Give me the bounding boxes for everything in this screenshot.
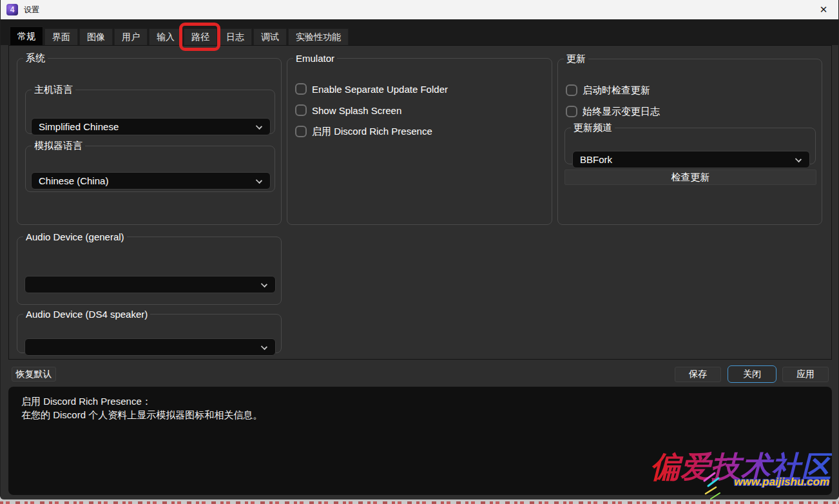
audio-device-ds4-label: Audio Device (DS4 speaker) (23, 309, 150, 320)
tab-log[interactable]: 日志 (218, 28, 252, 45)
description-line1: 启用 Discord Rich Presence： (21, 394, 819, 408)
bottom-cutoff-strip (0, 499, 839, 504)
chevron-down-icon (795, 156, 802, 162)
system-group-title: 系统 (23, 52, 48, 64)
console-language-value: Simplified Chinese (39, 121, 119, 132)
checkbox-always-show-changelog[interactable]: 始终显示变更日志 (566, 104, 660, 119)
tab-general[interactable]: 常规 (10, 26, 43, 45)
chevron-down-icon (256, 177, 262, 184)
close-window-button[interactable]: ✕ (809, 0, 838, 19)
emulator-group: Emulator Enable Separate Update Folder S… (287, 53, 552, 225)
tab-user[interactable]: 用户 (114, 28, 148, 45)
watermark-url: www.paijishu.com (734, 476, 829, 489)
chevron-down-icon (261, 281, 267, 287)
emulator-language-dropdown[interactable]: Chinese (China) (31, 172, 271, 189)
checkbox-label: 始终显示变更日志 (583, 106, 660, 118)
console-language-group: 主机语言 Simplified Chinese (25, 84, 275, 134)
update-channel-group: 更新频道 BBFork (564, 122, 816, 164)
emulator-language-value: Chinese (China) (39, 175, 108, 186)
audio-device-general-dropdown[interactable] (24, 276, 276, 293)
tab-debug[interactable]: 调试 (253, 28, 287, 45)
update-channel-label: 更新频道 (571, 122, 615, 134)
chevron-down-icon (261, 344, 267, 350)
tab-input[interactable]: 输入 (149, 28, 182, 45)
audio-device-general-group: Audio Device (general) (17, 231, 282, 305)
tab-graphics[interactable]: 图像 (79, 28, 113, 45)
save-button[interactable]: 保存 (675, 367, 721, 382)
emulator-language-label: 模拟器语言 (32, 140, 85, 152)
console-language-label: 主机语言 (32, 84, 75, 96)
console-language-dropdown[interactable]: Simplified Chinese (31, 118, 271, 135)
apply-button[interactable]: 应用 (782, 367, 829, 382)
checkbox-icon[interactable] (295, 104, 307, 116)
restore-defaults-button[interactable]: 恢复默认 (12, 367, 56, 382)
checkbox-label: Show Splash Screen (312, 105, 401, 116)
system-group: 系统 主机语言 Simplified Chinese 模拟器语言 Chinese… (17, 52, 282, 225)
update-channel-dropdown[interactable]: BBFork (572, 151, 810, 168)
settings-dialog: 4 设置 ✕ 常规 界面 图像 用户 输入 路径 日志 调试 实验性功能 系统 … (0, 0, 839, 499)
checkbox-icon[interactable] (566, 106, 577, 117)
checkbox-show-splash-screen[interactable]: Show Splash Screen (295, 103, 401, 117)
audio-device-ds4-dropdown[interactable] (24, 338, 276, 356)
tabs-container: 常规 界面 图像 用户 输入 路径 日志 调试 实验性功能 (10, 26, 349, 45)
description-line2: 在您的 Discord 个人资料上显示模拟器图标和相关信息。 (21, 408, 819, 422)
update-group: 更新 启动时检查更新 始终显示变更日志 更新频道 BBFork 检查更新 (557, 53, 822, 225)
window-title: 设置 (24, 5, 39, 15)
tab-strip: 常规 界面 图像 用户 输入 路径 日志 调试 实验性功能 (1, 19, 838, 45)
checkbox-label: 启动时检查更新 (583, 84, 650, 97)
titlebar: 4 设置 ✕ (1, 0, 838, 19)
checkbox-label: 启用 Discord Rich Presence (312, 126, 432, 138)
update-channel-value: BBFork (580, 154, 612, 165)
close-button[interactable]: 关闭 (728, 365, 776, 383)
app-icon: 4 (6, 4, 18, 15)
checkbox-discord-rich-presence[interactable]: 启用 Discord Rich Presence (295, 124, 432, 139)
checkbox-icon[interactable] (566, 84, 577, 96)
audio-device-ds4-group: Audio Device (DS4 speaker) (17, 309, 282, 353)
checkbox-label: Enable Separate Update Folder (312, 84, 448, 95)
tab-paths[interactable]: 路径 (184, 28, 217, 45)
emulator-group-title: Emulator (293, 53, 337, 64)
audio-device-general-label: Audio Device (general) (23, 231, 127, 242)
watermark-streaks-icon (699, 472, 725, 499)
tab-interface[interactable]: 界面 (44, 28, 78, 45)
update-group-title: 更新 (564, 53, 588, 65)
checkbox-separate-update-folder[interactable]: Enable Separate Update Folder (295, 82, 448, 96)
checkbox-icon[interactable] (295, 83, 307, 95)
bottom-watermark-remnant (0, 501, 839, 504)
check-updates-button[interactable]: 检查更新 (564, 170, 816, 185)
general-tab-pane: 系统 主机语言 Simplified Chinese 模拟器语言 Chinese… (8, 45, 832, 360)
checkbox-check-updates-at-startup[interactable]: 启动时检查更新 (566, 83, 650, 97)
emulator-language-group: 模拟器语言 Chinese (China) (25, 140, 275, 192)
tab-experimental[interactable]: 实验性功能 (288, 28, 349, 45)
checkbox-icon[interactable] (295, 126, 307, 137)
chevron-down-icon (256, 123, 262, 130)
